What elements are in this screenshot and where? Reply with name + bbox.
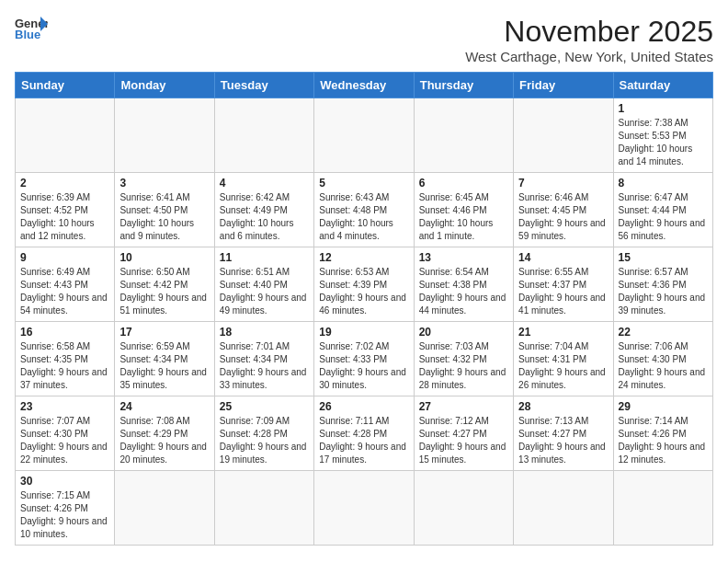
weekday-header-saturday: Saturday <box>613 73 712 98</box>
day-number: 12 <box>319 251 408 264</box>
calendar-cell: 2Sunrise: 6:39 AM Sunset: 4:52 PM Daylig… <box>16 173 115 247</box>
day-info: Sunrise: 7:02 AM Sunset: 4:33 PM Dayligh… <box>319 340 408 392</box>
day-number: 9 <box>20 251 109 264</box>
calendar-cell <box>514 471 613 546</box>
day-info: Sunrise: 6:57 AM Sunset: 4:36 PM Dayligh… <box>619 266 708 317</box>
day-number: 15 <box>619 251 708 264</box>
day-info: Sunrise: 6:47 AM Sunset: 4:44 PM Dayligh… <box>619 191 708 243</box>
day-number: 11 <box>220 251 309 264</box>
calendar-cell: 17Sunrise: 6:59 AM Sunset: 4:34 PM Dayli… <box>115 322 214 396</box>
day-info: Sunrise: 6:41 AM Sunset: 4:50 PM Dayligh… <box>119 191 209 243</box>
weekday-header-wednesday: Wednesday <box>314 73 414 98</box>
weekday-header-tuesday: Tuesday <box>214 73 313 98</box>
day-info: Sunrise: 7:13 AM Sunset: 4:27 PM Dayligh… <box>518 415 608 466</box>
day-number: 19 <box>319 326 408 339</box>
day-number: 30 <box>20 475 109 488</box>
calendar-cell: 12Sunrise: 6:53 AM Sunset: 4:39 PM Dayli… <box>314 247 414 322</box>
day-number: 2 <box>20 177 109 190</box>
day-number: 16 <box>20 326 109 339</box>
calendar-cell: 23Sunrise: 7:07 AM Sunset: 4:30 PM Dayli… <box>16 396 115 471</box>
calendar-cell <box>414 98 513 173</box>
calendar-cell <box>414 471 513 546</box>
day-info: Sunrise: 7:08 AM Sunset: 4:29 PM Dayligh… <box>119 415 209 466</box>
calendar-cell: 14Sunrise: 6:55 AM Sunset: 4:37 PM Dayli… <box>514 247 613 322</box>
calendar-cell: 16Sunrise: 6:58 AM Sunset: 4:35 PM Dayli… <box>16 322 115 396</box>
day-number: 7 <box>518 177 608 190</box>
calendar-cell <box>314 471 414 546</box>
calendar-cell <box>514 98 613 173</box>
day-info: Sunrise: 6:42 AM Sunset: 4:49 PM Dayligh… <box>220 191 309 243</box>
calendar-cell: 10Sunrise: 6:50 AM Sunset: 4:42 PM Dayli… <box>115 247 214 322</box>
logo-icon: General Blue <box>15 15 48 40</box>
day-number: 25 <box>220 400 309 413</box>
calendar-cell: 20Sunrise: 7:03 AM Sunset: 4:32 PM Dayli… <box>414 322 513 396</box>
day-number: 21 <box>518 326 608 339</box>
calendar-cell: 22Sunrise: 7:06 AM Sunset: 4:30 PM Dayli… <box>613 322 712 396</box>
day-info: Sunrise: 7:03 AM Sunset: 4:32 PM Dayligh… <box>419 340 508 392</box>
day-info: Sunrise: 7:01 AM Sunset: 4:34 PM Dayligh… <box>220 340 309 392</box>
day-number: 13 <box>419 251 508 264</box>
day-info: Sunrise: 6:55 AM Sunset: 4:37 PM Dayligh… <box>518 266 608 317</box>
logo: General Blue <box>15 15 48 40</box>
day-number: 14 <box>518 251 608 264</box>
calendar-cell <box>613 471 712 546</box>
calendar-cell <box>214 98 313 173</box>
day-number: 28 <box>518 400 608 413</box>
day-number: 10 <box>119 251 209 264</box>
calendar-cell <box>16 98 115 173</box>
calendar-cell <box>214 471 313 546</box>
calendar-cell: 19Sunrise: 7:02 AM Sunset: 4:33 PM Dayli… <box>314 322 414 396</box>
calendar-cell: 24Sunrise: 7:08 AM Sunset: 4:29 PM Dayli… <box>115 396 214 471</box>
day-info: Sunrise: 6:45 AM Sunset: 4:46 PM Dayligh… <box>419 191 508 243</box>
day-number: 3 <box>119 177 209 190</box>
day-info: Sunrise: 7:07 AM Sunset: 4:30 PM Dayligh… <box>20 415 109 466</box>
calendar-cell: 28Sunrise: 7:13 AM Sunset: 4:27 PM Dayli… <box>514 396 613 471</box>
day-number: 22 <box>619 326 708 339</box>
week-row-1: 2Sunrise: 6:39 AM Sunset: 4:52 PM Daylig… <box>16 173 713 247</box>
week-row-0: 1Sunrise: 7:38 AM Sunset: 5:53 PM Daylig… <box>16 98 713 173</box>
calendar-cell: 25Sunrise: 7:09 AM Sunset: 4:28 PM Dayli… <box>214 396 313 471</box>
calendar-cell: 7Sunrise: 6:46 AM Sunset: 4:45 PM Daylig… <box>514 173 613 247</box>
day-info: Sunrise: 7:38 AM Sunset: 5:53 PM Dayligh… <box>619 117 708 168</box>
day-info: Sunrise: 7:09 AM Sunset: 4:28 PM Dayligh… <box>220 415 309 466</box>
calendar-table: SundayMondayTuesdayWednesdayThursdayFrid… <box>15 72 713 546</box>
day-number: 5 <box>319 177 408 190</box>
month-title: November 2025 <box>465 15 713 49</box>
day-info: Sunrise: 7:11 AM Sunset: 4:28 PM Dayligh… <box>319 415 408 466</box>
weekday-header-sunday: Sunday <box>16 73 115 98</box>
weekday-header-monday: Monday <box>115 73 214 98</box>
day-number: 18 <box>220 326 309 339</box>
title-section: November 2025 West Carthage, New York, U… <box>465 15 713 64</box>
calendar-cell: 21Sunrise: 7:04 AM Sunset: 4:31 PM Dayli… <box>514 322 613 396</box>
calendar-cell: 13Sunrise: 6:54 AM Sunset: 4:38 PM Dayli… <box>414 247 513 322</box>
day-info: Sunrise: 6:39 AM Sunset: 4:52 PM Dayligh… <box>20 191 109 243</box>
calendar-cell: 1Sunrise: 7:38 AM Sunset: 5:53 PM Daylig… <box>613 98 712 173</box>
location-title: West Carthage, New York, United States <box>465 49 713 64</box>
day-info: Sunrise: 7:06 AM Sunset: 4:30 PM Dayligh… <box>619 340 708 392</box>
calendar-cell: 11Sunrise: 6:51 AM Sunset: 4:40 PM Dayli… <box>214 247 313 322</box>
day-number: 4 <box>220 177 309 190</box>
week-row-3: 16Sunrise: 6:58 AM Sunset: 4:35 PM Dayli… <box>16 322 713 396</box>
week-row-5: 30Sunrise: 7:15 AM Sunset: 4:26 PM Dayli… <box>16 471 713 546</box>
calendar-cell: 9Sunrise: 6:49 AM Sunset: 4:43 PM Daylig… <box>16 247 115 322</box>
day-info: Sunrise: 6:43 AM Sunset: 4:48 PM Dayligh… <box>319 191 408 243</box>
day-number: 8 <box>619 177 708 190</box>
day-number: 27 <box>419 400 508 413</box>
day-info: Sunrise: 6:58 AM Sunset: 4:35 PM Dayligh… <box>20 340 109 392</box>
day-number: 24 <box>119 400 209 413</box>
calendar-cell: 27Sunrise: 7:12 AM Sunset: 4:27 PM Dayli… <box>414 396 513 471</box>
day-info: Sunrise: 6:51 AM Sunset: 4:40 PM Dayligh… <box>220 266 309 317</box>
weekday-header-row: SundayMondayTuesdayWednesdayThursdayFrid… <box>16 73 713 98</box>
week-row-2: 9Sunrise: 6:49 AM Sunset: 4:43 PM Daylig… <box>16 247 713 322</box>
day-info: Sunrise: 6:46 AM Sunset: 4:45 PM Dayligh… <box>518 191 608 243</box>
day-number: 20 <box>419 326 508 339</box>
day-info: Sunrise: 6:50 AM Sunset: 4:42 PM Dayligh… <box>119 266 209 317</box>
calendar-cell: 5Sunrise: 6:43 AM Sunset: 4:48 PM Daylig… <box>314 173 414 247</box>
day-number: 17 <box>119 326 209 339</box>
day-info: Sunrise: 7:15 AM Sunset: 4:26 PM Dayligh… <box>20 489 109 541</box>
calendar-cell: 15Sunrise: 6:57 AM Sunset: 4:36 PM Dayli… <box>613 247 712 322</box>
calendar-cell: 6Sunrise: 6:45 AM Sunset: 4:46 PM Daylig… <box>414 173 513 247</box>
page-header: General Blue November 2025 West Carthage… <box>15 15 713 64</box>
day-number: 26 <box>319 400 408 413</box>
day-info: Sunrise: 7:04 AM Sunset: 4:31 PM Dayligh… <box>518 340 608 392</box>
